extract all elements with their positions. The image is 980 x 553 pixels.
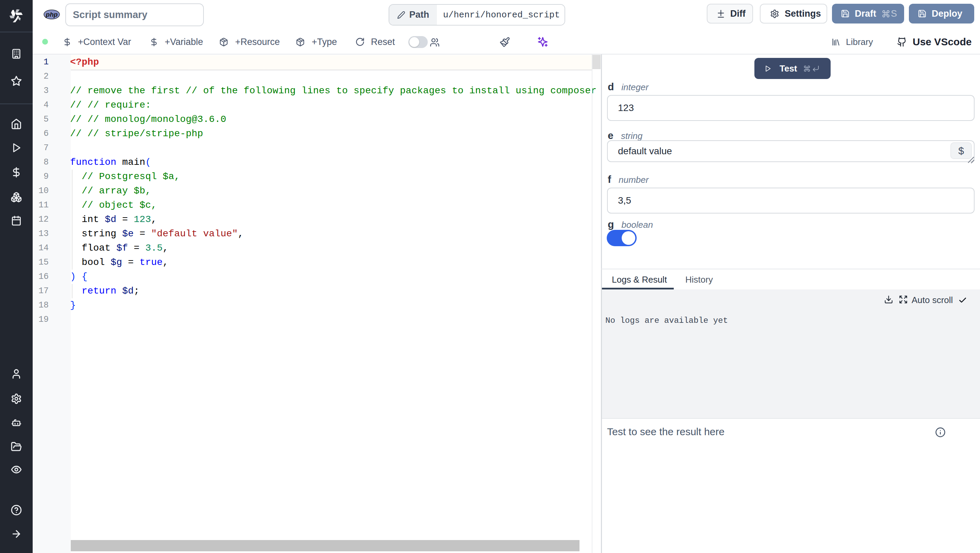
svg-text:php: php: [46, 11, 58, 18]
